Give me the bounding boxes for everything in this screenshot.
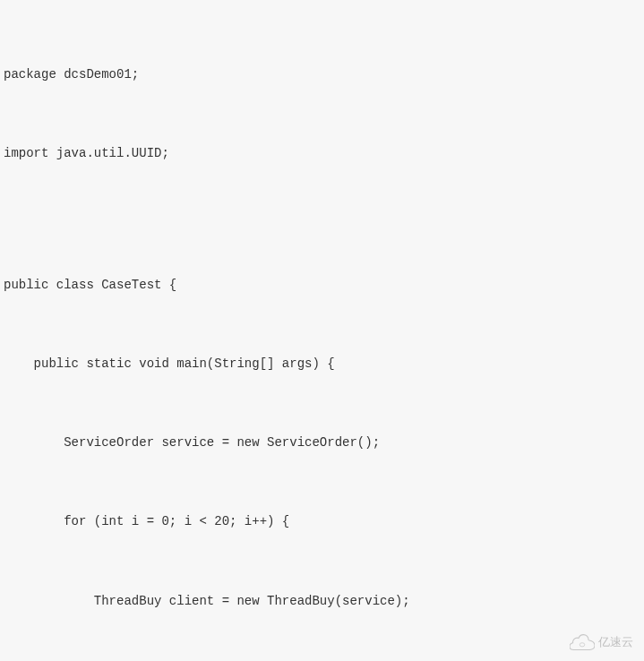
code-line: import java.util.UUID; xyxy=(4,141,640,167)
code-line: public class CaseTest { xyxy=(4,272,640,298)
code-line: ServiceOrder service = new ServiceOrder(… xyxy=(4,430,640,456)
watermark-text: 亿速云 xyxy=(598,634,633,650)
code-line: public static void main(String[] args) { xyxy=(4,351,640,377)
code-line: for (int i = 0; i < 20; i++) { xyxy=(4,509,640,535)
code-block: package dcsDemo01; import java.util.UUID… xyxy=(0,0,644,661)
watermark: 亿速云 xyxy=(570,634,633,650)
svg-point-0 xyxy=(580,643,585,647)
code-line: package dcsDemo01; xyxy=(4,62,640,88)
cloud-icon xyxy=(570,634,595,650)
code-line: ThreadBuy client = new ThreadBuy(service… xyxy=(4,588,640,614)
